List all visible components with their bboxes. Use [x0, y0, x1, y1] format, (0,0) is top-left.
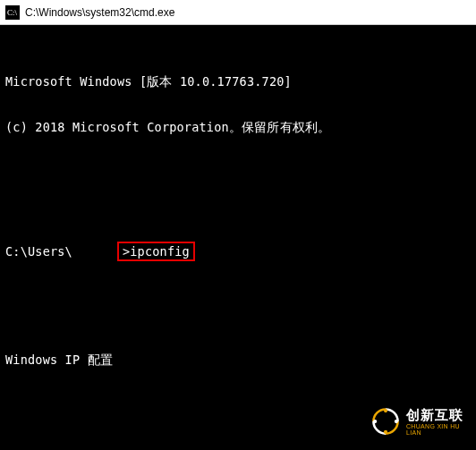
- svg-point-2: [384, 409, 387, 412]
- redacted-username: [72, 244, 117, 259]
- watermark: 创新互联 CHUANG XIN HU LIAN: [365, 398, 471, 445]
- watermark-en: CHUANG XIN HU LIAN: [406, 423, 465, 436]
- command-highlight: >ipconfig: [117, 242, 195, 261]
- prompt-prefix: C:\Users\: [5, 244, 72, 259]
- cmd-icon: C:\: [5, 5, 20, 20]
- blank-line: [5, 444, 471, 450]
- window-titlebar: C:\ C:\Windows\system32\cmd.exe: [0, 0, 476, 25]
- svg-point-3: [373, 420, 377, 423]
- window-title: C:\Windows\system32\cmd.exe: [25, 6, 174, 19]
- svg-point-5: [395, 420, 398, 423]
- prompt-gt: >: [123, 244, 130, 259]
- text-line: Microsoft Windows [版本 10.0.17763.720]: [5, 74, 471, 89]
- watermark-cn: 创新互联: [406, 408, 465, 421]
- blank-line: [5, 166, 471, 181]
- terminal-output[interactable]: Microsoft Windows [版本 10.0.17763.720] (c…: [0, 25, 476, 450]
- prompt-line: C:\Users\ >ipconfig: [5, 242, 471, 261]
- watermark-logo-icon: [370, 406, 401, 437]
- ipconfig-title: Windows IP 配置: [5, 352, 471, 368]
- blank-line: [5, 307, 471, 322]
- command-text: ipconfig: [130, 244, 190, 259]
- svg-point-4: [384, 430, 387, 434]
- text-line: (c) 2018 Microsoft Corporation。保留所有权利。: [5, 120, 471, 135]
- svg-text:C:\: C:\: [7, 8, 18, 17]
